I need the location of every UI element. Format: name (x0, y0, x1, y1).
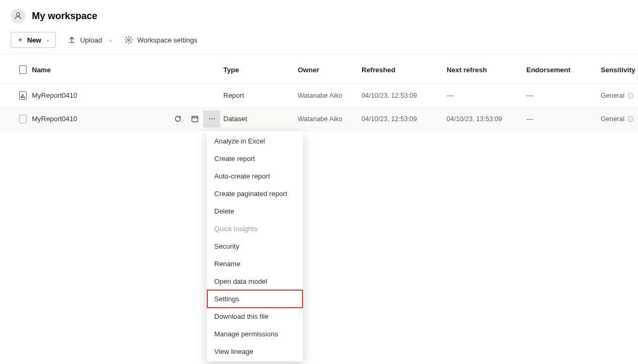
type-cell: Dataset (223, 115, 298, 123)
column-refreshed[interactable]: Refreshed (362, 66, 447, 74)
workspace-settings-button[interactable]: Workspace settings (124, 36, 197, 44)
menu-quick-insights: Quick insights (207, 220, 303, 238)
table-header-row: Name Type Owner Refreshed Next refresh E… (0, 55, 638, 84)
upload-button[interactable]: Upload ⌄ (68, 36, 113, 44)
menu-open-data-model[interactable]: Open data model (207, 273, 303, 290)
context-menu: Analyze in Excel Create report Auto-crea… (207, 131, 303, 361)
schedule-refresh-button[interactable] (186, 111, 203, 128)
menu-create-paginated-report[interactable]: Create paginated report (207, 185, 303, 202)
toolbar: ＋ New ⌄ Upload ⌄ Workspace settings (0, 27, 638, 55)
sensitivity-label: General (601, 92, 624, 99)
content-table: Name Type Owner Refreshed Next refresh E… (0, 55, 638, 131)
column-type[interactable]: Type (223, 66, 298, 74)
new-button-label: New (27, 36, 41, 44)
column-endorsement[interactable]: Endorsement (526, 66, 601, 74)
svg-text:i: i (631, 94, 632, 98)
new-button[interactable]: ＋ New ⌄ (11, 32, 56, 48)
sensitivity-cell: General i (601, 115, 638, 123)
type-icon-cell (0, 115, 32, 123)
info-icon[interactable]: i (627, 92, 634, 99)
next-refresh-cell: 04/10/23, 13:53:09 (447, 115, 526, 123)
item-name[interactable]: MyReport0410 (32, 91, 77, 99)
refresh-now-button[interactable] (169, 111, 186, 128)
refresh-icon (174, 115, 182, 123)
refreshed-cell: 04/10/23, 12:53:09 (362, 115, 447, 123)
chevron-down-icon: ⌄ (46, 37, 50, 43)
column-icon (0, 65, 32, 74)
column-sensitivity[interactable]: Sensitivity (601, 66, 638, 74)
workspace-header: My workspace (0, 0, 638, 27)
chevron-down-icon: ⌄ (108, 37, 113, 43)
menu-download-file[interactable]: Download this file (207, 308, 303, 325)
sensitivity-label: General (601, 115, 624, 123)
menu-manage-permissions[interactable]: Manage permissions (207, 325, 303, 343)
svg-point-6 (211, 118, 212, 119)
svg-rect-4 (191, 116, 197, 122)
plus-icon: ＋ (16, 35, 24, 45)
schedule-icon (191, 115, 199, 123)
more-horizontal-icon (208, 115, 216, 123)
name-cell: MyReport0410 (32, 91, 223, 99)
next-refresh-cell: — (447, 91, 526, 99)
gear-icon (124, 36, 133, 44)
item-name[interactable]: MyReport0410 (32, 115, 77, 123)
column-owner[interactable]: Owner (298, 66, 362, 74)
svg-point-5 (209, 118, 210, 119)
info-icon[interactable]: i (627, 116, 634, 122)
row-actions (169, 111, 220, 128)
svg-point-7 (213, 118, 214, 119)
dataset-icon (19, 115, 27, 123)
upload-label: Upload (80, 36, 102, 44)
column-name[interactable]: Name (32, 66, 223, 74)
menu-view-lineage[interactable]: View lineage (207, 343, 303, 360)
name-cell: MyReport0410 (32, 111, 223, 128)
upload-icon (68, 36, 76, 44)
menu-create-report[interactable]: Create report (207, 150, 303, 167)
endorsement-cell: — (526, 91, 601, 99)
workspace-settings-label: Workspace settings (137, 36, 197, 44)
page-title: My workspace (32, 11, 97, 22)
svg-point-1 (128, 39, 130, 41)
menu-rename[interactable]: Rename (207, 255, 303, 273)
sensitivity-cell: General i (601, 92, 638, 99)
type-icon-cell (0, 91, 32, 100)
refreshed-cell: 04/10/23, 12:53:09 (362, 92, 447, 99)
endorsement-cell: — (526, 115, 601, 123)
menu-analyze-excel[interactable]: Analyze in Excel (207, 132, 303, 150)
avatar (11, 9, 26, 23)
person-icon (14, 12, 22, 20)
table-row[interactable]: MyReport0410 Report Watanabe Aiko 04/10/… (0, 84, 638, 107)
owner-cell: Watanabe Aiko (298, 92, 362, 99)
svg-point-0 (16, 13, 20, 16)
owner-cell: Watanabe Aiko (298, 115, 362, 123)
menu-delete[interactable]: Delete (207, 202, 303, 220)
report-icon (19, 91, 27, 100)
column-next-refresh[interactable]: Next refresh (447, 66, 526, 74)
table-row[interactable]: MyReport0410 Dataset Watanabe Aiko 04/10… (0, 107, 638, 131)
type-cell: Report (223, 91, 298, 99)
menu-security[interactable]: Security (207, 238, 303, 255)
svg-text:i: i (631, 117, 632, 122)
document-icon (19, 65, 27, 74)
more-options-button[interactable] (203, 111, 220, 128)
menu-settings[interactable]: Settings (207, 290, 303, 308)
menu-auto-create-report[interactable]: Auto-create report (207, 167, 303, 185)
